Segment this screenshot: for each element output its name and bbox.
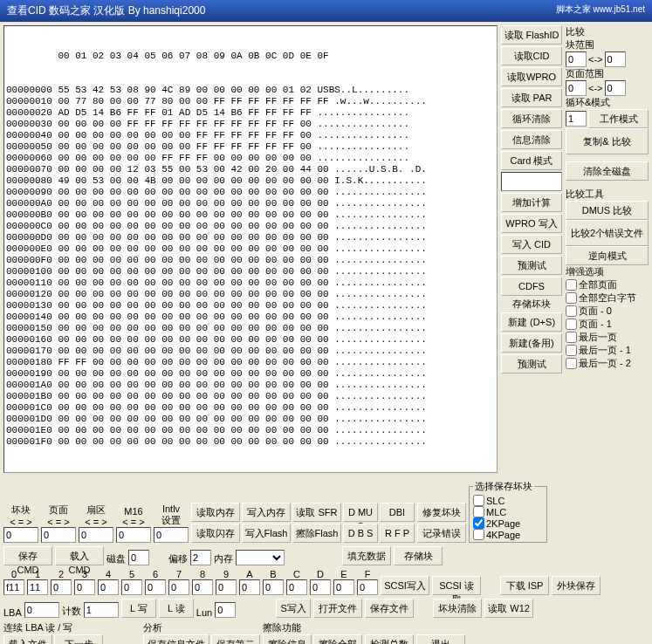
hex-col-input-D[interactable] [310,579,331,595]
page0-check[interactable] [566,305,577,317]
disk-input[interactable] [128,550,149,565]
pretest2-button[interactable]: 预测试 [501,354,562,373]
l-write-button[interactable]: L 写 [121,599,156,618]
last-page-check[interactable] [566,332,577,343]
next-step-button[interactable]: 下一步 [54,634,103,644]
hex-col-input-9[interactable] [216,579,237,595]
block-to-input[interactable] [605,51,626,67]
copy-compare-button[interactable]: 复制& 比较 [566,128,649,154]
read-flash-button[interactable]: 读取闪存 [191,524,240,543]
load-cmd-button[interactable]: 载入 CMD [55,546,104,565]
hex-col-input-E[interactable] [333,579,354,595]
pretest-button[interactable]: 预测试 [501,256,562,275]
hex-col-input-3[interactable] [74,579,95,595]
slc-check[interactable] [473,495,484,506]
save-info-file-button[interactable]: 保存信息文件 [143,634,209,644]
lba-input[interactable] [24,602,59,618]
hex-col-input-0[interactable] [3,579,24,595]
read-mem-button[interactable]: 读取内存 [191,503,240,522]
read-flashid-button[interactable]: 读取 FlashID [501,25,562,45]
block-from-input[interactable] [566,51,587,67]
read-w12-button[interactable]: 读取 W12 [484,599,533,618]
2kpage-check[interactable] [473,517,484,529]
page1-check[interactable] [566,319,577,330]
hex-col-input-6[interactable] [145,579,166,595]
save-cmd-button[interactable]: 保存 CMD [3,546,52,565]
lun-input[interactable] [215,602,236,618]
dl-isp-button[interactable]: 下载 ISP [500,576,549,595]
clear-disk-button[interactable]: 清除全磁盘 [566,161,649,181]
ext-save-button[interactable]: 外块保存 [552,576,601,595]
page-to-input[interactable] [605,80,626,96]
dmus-compare-button[interactable]: DMUS 比较 [566,201,649,220]
scsi-r-button[interactable]: SCSI 读取 [432,576,481,595]
l-read-button[interactable]: L 读 [159,599,194,618]
erase-flash-button[interactable]: 擦除Flash [292,524,341,543]
hex-col-input-B[interactable] [263,579,284,595]
dbi-button[interactable]: DBI [380,503,415,522]
offset-input[interactable] [190,550,211,565]
hex-col-input-2[interactable] [51,579,72,595]
s-write-button[interactable]: S写入 [276,599,311,618]
read-wpro-button[interactable]: 读取WPRO [501,67,562,86]
hex-col-input-C[interactable] [286,579,307,595]
compare-errfiles-button[interactable]: 比较2个错误文件 [566,220,649,246]
last-page-1-check[interactable] [566,345,577,356]
check-total-button[interactable]: 检测总数 [365,634,414,644]
dbs-button[interactable]: D B S [343,524,378,543]
rfp-button[interactable]: R F P [380,524,415,543]
scsi-w-button[interactable]: SCSI写入 [381,576,429,595]
loop-erase-button[interactable]: 循环清除 [501,109,562,128]
new-ds-button[interactable]: 新建 (D+S) [501,312,562,332]
page-from-input[interactable] [566,80,587,96]
hex-col-input-5[interactable] [121,579,142,595]
loop-input[interactable] [566,111,587,127]
cdfs-button[interactable]: CDFS [501,277,562,296]
erase-info-button[interactable]: 擦除信息 [263,634,312,644]
mem-select[interactable] [236,550,285,565]
inc-calc-button[interactable]: 增加计算 [501,193,562,212]
all-pages-check[interactable] [566,279,577,291]
count-input[interactable] [84,602,119,618]
hex-col-input-7[interactable] [168,579,189,595]
hex-col-input-4[interactable] [98,579,119,595]
save-page2-button[interactable]: 保存第二页 [211,634,260,644]
page-input[interactable] [41,527,76,543]
m16-input[interactable] [116,527,151,543]
hex-col-input-8[interactable] [192,579,213,595]
new-backup-button[interactable]: 新建(备用) [501,333,562,353]
write-cid-button[interactable]: 写入 CID [501,235,562,254]
dmus-button[interactable]: D MU S [343,503,378,522]
fix-bad-button[interactable]: 修复坏块 [417,503,466,522]
all-blank-check[interactable] [566,292,577,304]
mlc-check[interactable] [473,506,484,517]
read-sfr-button[interactable]: 读取 SFR [292,503,341,522]
write-flash-button[interactable]: 写入Flash [242,524,291,543]
info-erase-button[interactable]: 信息清除 [501,130,562,149]
save-file-button[interactable]: 保存文件 [365,599,414,618]
load-file-button[interactable]: 载入文件 [3,634,52,644]
save-block-button[interactable]: 存储块 [394,546,443,565]
read-par-button[interactable]: 读取 PAR [501,88,562,107]
sector-input[interactable] [79,527,113,543]
log-error-button[interactable]: 记录错误 [417,524,466,543]
open-file-button[interactable]: 打开文件 [313,599,362,618]
last-page-2-check[interactable] [566,358,577,369]
read-cid-button[interactable]: 读取CID [501,46,562,65]
hex-col-input-A[interactable] [239,579,260,595]
bad-block-input[interactable] [3,527,38,543]
exit-button[interactable]: 退出 [416,634,465,644]
hex-col-input-1[interactable] [27,579,48,595]
reverse-mode-button[interactable]: 逆向模式 [566,246,649,265]
write-mem-button[interactable]: 写入内存 [242,503,291,522]
4kpage-check[interactable] [473,529,484,540]
work-mode-button[interactable]: 工作模式 [588,109,649,128]
erase-all-button[interactable]: 擦除全部 [313,634,362,644]
fill-data-button[interactable]: 填充数据 [342,546,391,565]
wpro-write-button[interactable]: WPRO 写入 [501,214,562,233]
intlv-input[interactable] [154,527,189,543]
bad-clear-button[interactable]: 坏块清除 [433,599,482,618]
hex-col-input-F[interactable] [357,579,378,595]
card-input[interactable] [501,172,562,191]
card-mode-button[interactable]: Card 模式 [501,151,562,170]
